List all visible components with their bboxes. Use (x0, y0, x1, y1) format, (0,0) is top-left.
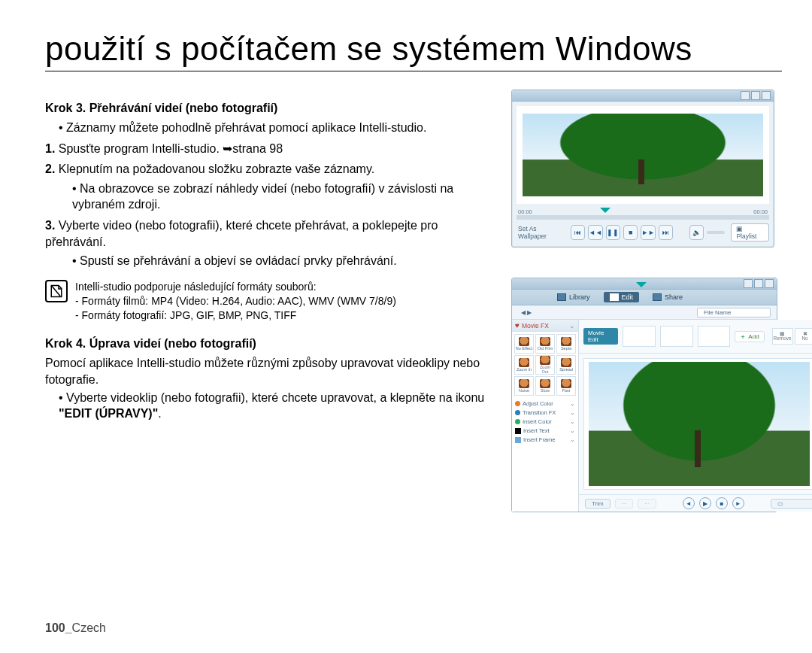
export-button[interactable]: ▭ (771, 499, 812, 509)
step4-bullet: Vyberte videoklip (nebo fotografii), kte… (59, 390, 496, 422)
stop-clip-button[interactable]: ■ (716, 497, 728, 509)
note-line: Intelli-studio podporuje následující for… (75, 280, 396, 294)
next-clip-button[interactable]: ► (732, 497, 744, 509)
close-icon[interactable] (762, 91, 771, 100)
add-button[interactable]: ＋Add (735, 331, 764, 342)
forward-button[interactable]: ►► (641, 225, 656, 240)
playlist-button[interactable]: ▣ Playlist (731, 223, 769, 241)
fx-item[interactable]: Spread (556, 355, 576, 375)
tab-library[interactable]: Library (557, 293, 590, 301)
page-number: 100_ (45, 621, 72, 634)
list-num: 3. (45, 219, 55, 232)
clip-slot[interactable] (623, 326, 656, 347)
page-footer: 100_Czech (45, 621, 106, 635)
bullet-post: . (158, 407, 161, 420)
editor-bottombar: Trim ··· ··· ◄ ▶ ■ ► ▭ (579, 494, 812, 512)
text-icon (515, 428, 521, 434)
color-dot-icon (515, 419, 520, 424)
list-text: Klepnutím na požadovanou složku zobrazte… (59, 162, 374, 175)
prev-clip-button[interactable]: ◄ (683, 497, 695, 509)
sidebar-item[interactable]: Insert Text⌄ (515, 427, 575, 434)
close-icon[interactable] (765, 279, 774, 288)
page-title: použití s počítačem se systémem Windows (45, 30, 782, 71)
trim-button[interactable]: Trim (585, 499, 611, 509)
step3-intro: Záznamy můžete pohodlně přehrávat pomocí… (59, 120, 496, 136)
rewind-button[interactable]: ◄◄ (588, 225, 603, 240)
fx-item[interactable]: Slow (535, 376, 555, 396)
screenshots-column: 00:00 00:00 Set As Wallpaper ⏮ ◄◄ ❚❚ ■ ►… (511, 90, 782, 512)
mute-button[interactable]: 🔈 (689, 225, 704, 240)
next-button[interactable]: ⏭ (659, 225, 673, 240)
no-button[interactable]: ✖No (795, 328, 812, 345)
sidebar-item[interactable]: Adjust Color⌄ (515, 400, 575, 407)
page-language: Czech (72, 621, 106, 634)
fx-item[interactable]: Sepia (556, 334, 576, 354)
remove-button[interactable]: ▦Remove (772, 328, 793, 345)
fx-item[interactable]: No Effect (514, 334, 534, 354)
note-icon (45, 280, 68, 302)
sample-image (589, 362, 810, 485)
stop-button[interactable]: ■ (623, 225, 638, 240)
color-dot-icon (515, 410, 520, 415)
play-clip-button[interactable]: ▶ (699, 497, 711, 509)
prev-button[interactable]: ⏮ (571, 225, 585, 240)
sidebar-item[interactable]: Transition FX⌄ (515, 409, 575, 416)
player-window: 00:00 00:00 Set As Wallpaper ⏮ ◄◄ ❚❚ ■ ►… (511, 90, 774, 248)
text-column: Krok 3. Přehrávání videí (nebo fotografi… (45, 90, 496, 512)
editor-toolbar: ◀ ▶ File Name (512, 305, 777, 320)
frame-icon (515, 437, 521, 443)
player-canvas (517, 106, 769, 204)
fx-grid: No Effect Old Film Sepia Zoom In Zoom Ou… (512, 332, 578, 398)
sidebar-item[interactable]: Insert Frame⌄ (515, 436, 575, 443)
list-sub: Spustí se přehrávání a objeví se ovládac… (72, 253, 496, 269)
seek-bar[interactable] (517, 215, 769, 220)
note-box: Intelli-studio podporuje následující for… (45, 280, 496, 323)
tab-share[interactable]: Share (653, 293, 683, 301)
clip-slot[interactable] (698, 326, 731, 347)
library-icon (557, 293, 566, 301)
disabled-button: ··· (615, 499, 634, 509)
pause-button[interactable]: ❚❚ (606, 225, 620, 240)
maximize-icon[interactable] (754, 279, 763, 288)
note-line: Formáty fotografií: JPG, GIF, BMP, PNG, … (75, 308, 396, 323)
clip-slot[interactable] (660, 326, 693, 347)
list-num: 2. (45, 162, 55, 175)
time-total: 00:00 (753, 208, 768, 215)
step4-para: Pomocí aplikace Intelli-studio můžete rů… (45, 355, 496, 387)
editor-main: Movie Edit ＋Add ▦Remove ✖No (579, 320, 812, 512)
editor-sidebar: ♥Movie FX⌄ No Effect Old Film Sepia Zoom… (512, 320, 579, 512)
player-titlebar (512, 90, 774, 102)
sample-image (523, 114, 762, 197)
step3-heading: Krok 3. Přehrávání videí (nebo fotografi… (45, 102, 496, 115)
edit-icon (610, 293, 619, 301)
set-wallpaper-link[interactable]: Set As Wallpaper (517, 225, 565, 240)
list-num: 1. (45, 142, 55, 155)
maximize-icon[interactable] (751, 91, 760, 100)
share-icon (653, 293, 662, 301)
fx-item[interactable]: Fast (556, 376, 576, 396)
filename-field[interactable]: File Name (697, 308, 771, 317)
list-text: Vyberte video (nebo fotografii), které c… (45, 219, 438, 248)
page-ref: ➥strana 98 (223, 142, 283, 155)
minimize-icon[interactable] (741, 91, 750, 100)
disabled-button: ··· (638, 499, 656, 509)
sidebar-item[interactable]: Insert Color⌄ (515, 418, 575, 425)
note-line: Formáty filmů: MP4 (Video: H.264, Audio:… (75, 294, 396, 308)
fx-item[interactable]: Zoom Out (535, 355, 555, 375)
movie-edit-chip: Movie Edit (583, 328, 618, 345)
editor-tabbar: Library Edit Share (512, 290, 777, 305)
tab-edit[interactable]: Edit (604, 292, 640, 302)
fx-item[interactable]: Old Film (535, 334, 555, 354)
time-elapsed: 00:00 (518, 208, 532, 215)
callout-marker-icon (636, 282, 647, 293)
editor-preview (583, 358, 812, 490)
fx-item[interactable]: Noise (514, 376, 534, 396)
bullet-bold: "EDIT (ÚPRAVY)" (59, 407, 158, 420)
step4-heading: Krok 4. Úprava videí (nebo fotografií) (45, 337, 496, 351)
volume-slider[interactable] (707, 231, 726, 234)
fx-item[interactable]: Zoom In (514, 355, 534, 375)
minimize-icon[interactable] (744, 279, 753, 288)
moviefx-header[interactable]: ♥Movie FX⌄ (512, 320, 578, 332)
clip-bar: Movie Edit ＋Add ▦Remove ✖No (579, 320, 812, 354)
list-sub: Na obrazovce se zobrazí náhledy videí (n… (72, 181, 496, 213)
